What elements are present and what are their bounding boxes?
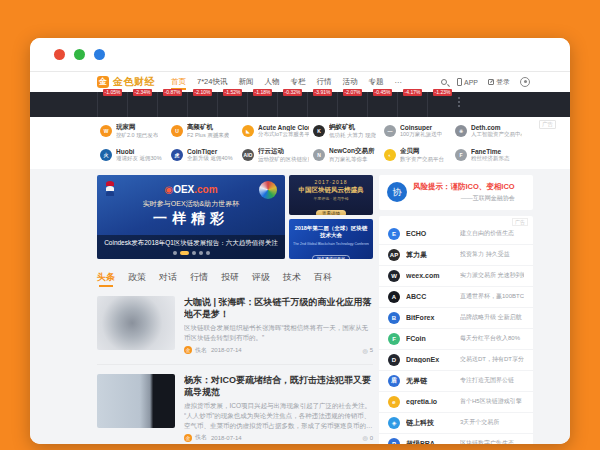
partner-name: 金贝网 xyxy=(400,147,444,156)
ticker-cell[interactable]: -1.52% xyxy=(217,92,247,117)
ticker-cell[interactable]: -4.17% xyxy=(397,92,427,117)
maximize-window-button[interactable] xyxy=(94,49,105,60)
article-title[interactable]: 杨东：对ICO要疏堵结合，既打击违法犯罪又要疏导规范 xyxy=(184,374,373,398)
search-icon xyxy=(441,79,447,85)
feed-tab[interactable]: 头条 xyxy=(97,271,115,287)
sponsor-desc: 区块链数字广告生态 xyxy=(460,439,524,444)
partner-logo-icon: F xyxy=(455,149,467,161)
user-avatar-button[interactable] xyxy=(520,77,530,87)
search-button[interactable] xyxy=(441,79,447,85)
feed-tab[interactable]: 技术 xyxy=(283,271,301,287)
ticker-cell[interactable]: -2.10% xyxy=(187,92,217,117)
sponsored-item[interactable]: D DragonEx 交易送DT，持有DT享分红 xyxy=(379,350,533,371)
jinse-logo-icon: 金 xyxy=(97,76,109,88)
partner-ad-item[interactable]: ◐ 金贝网 数字资产交易平台 xyxy=(384,147,451,163)
main-menu: 首页 7*24快讯 新闻 人物 专栏 行情 活动 专题 ··· xyxy=(171,74,441,90)
sponsored-item[interactable]: E ECHO 建立自由的价值生态 xyxy=(379,224,533,245)
banner-title: 2018年第二届（全球）区块链技术大会 xyxy=(293,225,369,240)
menu-item[interactable]: 专题 xyxy=(368,74,383,90)
sponsored-item[interactable]: 盾 无界链 专注打造无国界公链 xyxy=(379,371,533,392)
partners-grid: W 玩家网 挖矿2.0 现已发布 U 高频矿机 F2 Plus 震撼来袭 ◣ xyxy=(100,123,522,163)
ticker-cell[interactable]: -2.34% xyxy=(127,92,157,117)
minimize-window-button[interactable] xyxy=(74,49,85,60)
partner-ad-item[interactable]: — Coinsuper 100万豪礼派送中 xyxy=(384,123,451,139)
sponsored-item[interactable]: A ABCC 直通世界杯，赢100BTC xyxy=(379,287,533,308)
partner-ad-item[interactable]: 虎 CoinTiger 全新升级 返佣40% xyxy=(171,147,238,163)
sponsor-logo-icon: ◈ xyxy=(388,417,400,429)
sponsor-name: 无界链 xyxy=(406,376,454,386)
site-logo[interactable]: 金 金色财经 xyxy=(97,75,155,89)
feed-tab[interactable]: 评级 xyxy=(252,271,270,287)
carousel-dot[interactable] xyxy=(173,251,177,255)
sponsor-desc: 每天分红平台收入80% xyxy=(460,334,524,343)
partner-ad-item[interactable]: ◣ Acute Angle Cloud 分布式IoT云算服务平台 xyxy=(242,123,309,139)
feed-tab[interactable]: 对话 xyxy=(159,271,177,287)
article-excerpt: 虚拟货币发展，ICO项目兴起与出海现象引起了广泛的社会关注。“人人炒币”的现象也… xyxy=(184,401,373,430)
menu-item[interactable]: 新闻 xyxy=(238,74,253,90)
login-button[interactable]: 登录 xyxy=(488,77,510,87)
menu-item[interactable]: 7*24快讯 xyxy=(197,74,227,90)
side-banner-conference[interactable]: 2018年第二届（全球）区块链技术大会 The 2nd Global Block… xyxy=(289,219,373,259)
sponsored-item[interactable]: ◈ 链上科技 3天开个交易所 xyxy=(379,413,533,434)
menu-item[interactable]: 活动 xyxy=(342,74,357,90)
carousel-dot[interactable] xyxy=(180,251,189,255)
ticker-pagination[interactable] xyxy=(458,97,460,107)
sponsored-item[interactable]: B BitForex 品牌战略升级 全新启航 xyxy=(379,308,533,329)
partner-desc: 分布式IoT云算服务平台 xyxy=(258,131,309,138)
partner-ad-item[interactable]: N NewCon交易所 百万豪礼等你拿 xyxy=(313,147,380,163)
ticker-cell[interactable]: -1.18% xyxy=(247,92,277,117)
app-label: APP xyxy=(464,79,478,86)
sponsor-name: 链上科技 xyxy=(406,418,454,428)
ticker-cell[interactable]: -3.91% xyxy=(307,92,337,117)
partner-ad-item[interactable]: 火 Huobi 邀请好友 返佣30% xyxy=(100,147,167,163)
sponsored-item[interactable]: P 超级PRA 区块链数字广告生态 xyxy=(379,434,533,444)
ticker-cell[interactable]: -1.05% xyxy=(97,92,127,117)
banner-row: ◉OEX.com 实时参与OEX活动&助力世界杯 一样精彩 Coindesk发布… xyxy=(97,175,373,259)
sponsor-desc: 首个H5区块链游戏引擎 xyxy=(460,397,524,406)
feed-tab[interactable]: 行情 xyxy=(190,271,208,287)
partner-ad-item[interactable]: U 高频矿机 F2 Plus 震撼来袭 xyxy=(171,123,238,139)
price-change-badge: -0.45% xyxy=(373,89,393,96)
app-download-button[interactable]: APP xyxy=(457,78,478,86)
partner-ad-item[interactable]: AIO 行云运动 运动挖矿的区块链应用 xyxy=(242,147,309,163)
article-item[interactable]: 大咖说 | 张海晖：区块链千万级的商业化应用落地不是梦！ 区块链联合发展组织秘书… xyxy=(97,287,373,365)
carousel-dot[interactable] xyxy=(199,251,203,255)
sponsor-logo-icon: AP xyxy=(388,249,400,261)
sponsored-item[interactable]: F FCoin 每天分红平台收入80% xyxy=(379,329,533,350)
carousel-dot[interactable] xyxy=(206,251,210,255)
menu-item[interactable]: 人物 xyxy=(264,74,279,90)
article-thumbnail[interactable] xyxy=(97,374,175,428)
partner-ad-item[interactable]: F FaneTime 粉丝经济新形态 xyxy=(455,147,522,163)
browser-window: 金 金色财经 首页 7*24快讯 新闻 人物 专栏 行情 活动 专题 ··· xyxy=(30,38,570,444)
sponsored-item[interactable]: e egretia.io 首个H5区块链游戏引擎 xyxy=(379,392,533,413)
sponsored-item[interactable]: W weex.com 实力派交易所 光速秒到账 xyxy=(379,266,533,287)
menu-item[interactable]: 行情 xyxy=(316,74,331,90)
sponsor-desc: 实力派交易所 光速秒到账 xyxy=(460,271,524,280)
carousel-dot[interactable] xyxy=(192,251,196,255)
menu-item[interactable]: 首页 xyxy=(171,74,186,90)
article-title[interactable]: 大咖说 | 张海晖：区块链千万级的商业化应用落地不是梦！ xyxy=(184,296,373,320)
risk-notice-card: 协 风险提示：谨防ICO、变相ICO ——互联网金融协会 xyxy=(379,175,533,210)
ticker-cell[interactable]: -0.32% xyxy=(277,92,307,117)
feed-tab[interactable]: 百科 xyxy=(314,271,332,287)
ticker-cell[interactable]: -0.87% xyxy=(157,92,187,117)
hero-carousel[interactable]: ◉OEX.com 实时参与OEX活动&助力世界杯 一样精彩 Coindesk发布… xyxy=(97,175,285,259)
article-thumbnail[interactable] xyxy=(97,296,175,350)
price-change-badge: -1.18% xyxy=(253,89,273,96)
banner-button[interactable]: 查看详情 xyxy=(316,210,346,215)
ticker-cell[interactable]: -1.23% xyxy=(427,92,457,117)
close-window-button[interactable] xyxy=(54,49,65,60)
side-banner-awards[interactable]: 2017·2018 中国区块链风云榜盛典 年度评选 · 谁与争锋 查看详情 xyxy=(289,175,373,215)
partner-ad-item[interactable]: ❋ Deth.com 人工智能资产交易中心 xyxy=(455,123,522,139)
ticker-cell[interactable]: -2.07% xyxy=(337,92,367,117)
menu-item[interactable]: 专栏 xyxy=(290,74,305,90)
feed-tab[interactable]: 政策 xyxy=(128,271,146,287)
partner-ad-item[interactable]: W 玩家网 挖矿2.0 现已发布 xyxy=(100,123,167,139)
menu-item[interactable]: ··· xyxy=(394,75,402,90)
feed-tab[interactable]: 投研 xyxy=(221,271,239,287)
sponsored-item[interactable]: AP 算力巢 投资算力 持久受益 xyxy=(379,245,533,266)
partner-ad-item[interactable]: K 蚂蚁矿机 低功耗 大算力 现货 xyxy=(313,123,380,139)
article-item[interactable]: 杨东：对ICO要疏堵结合，既打击违法犯罪又要疏导规范 虚拟货币发展，ICO项目兴… xyxy=(97,365,373,444)
ticker-cell[interactable]: -0.45% xyxy=(367,92,397,117)
carousel-caption[interactable]: Coindesk发布2018年Q1区块链发展报告：六大趋势值得关注 xyxy=(97,235,285,259)
